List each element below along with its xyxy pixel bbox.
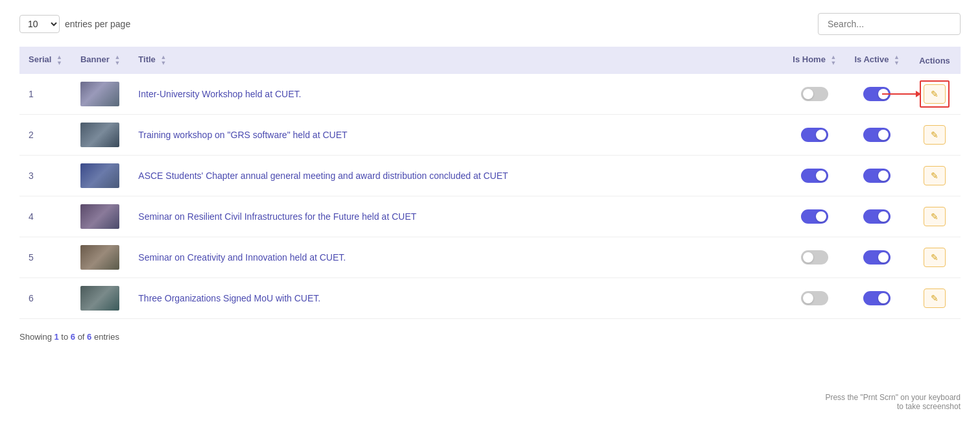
table-row: 2Training workshop on "GRS software" hel… <box>19 115 961 156</box>
cell-banner <box>71 74 129 115</box>
cell-is-home <box>783 156 845 196</box>
table-row: 5Seminar on Creativity and Innovation he… <box>19 237 961 278</box>
cell-actions: ✎ <box>909 237 961 278</box>
cell-is-active <box>845 196 909 237</box>
cell-is-active <box>845 278 909 319</box>
entries-selector: 10 25 50 100 entries per page <box>19 15 130 33</box>
svg-marker-1 <box>916 91 921 97</box>
cell-actions: ✎ <box>909 115 961 156</box>
page-wrapper: 10 25 50 100 entries per page Serial ▲▼ … <box>0 0 980 424</box>
is-active-slider <box>863 169 890 183</box>
is-active-toggle[interactable] <box>863 291 890 305</box>
cell-banner <box>71 237 129 278</box>
data-table: Serial ▲▼ Banner ▲▼ Title ▲▼ <box>19 47 961 319</box>
cell-is-home <box>783 196 845 237</box>
cell-serial: 6 <box>19 278 71 319</box>
cell-serial: 2 <box>19 115 71 156</box>
cell-title: Training workshop on "GRS software" held… <box>129 115 783 156</box>
is-home-toggle[interactable] <box>801 128 828 142</box>
actions-highlight-wrapper: ✎ <box>924 84 946 104</box>
cell-title: Inter-University Workshop held at CUET. <box>129 74 783 115</box>
col-serial: Serial ▲▼ <box>19 47 71 74</box>
sort-arrows-serial[interactable]: ▲▼ <box>56 54 62 66</box>
table-row: 1Inter-University Workshop held at CUET.… <box>19 74 961 115</box>
table-row: 6Three Organizations Signed MoU with CUE… <box>19 278 961 319</box>
is-active-slider <box>863 291 890 305</box>
cell-banner <box>71 278 129 319</box>
edit-button[interactable]: ✎ <box>924 248 946 267</box>
edit-button[interactable]: ✎ <box>924 84 946 104</box>
sort-arrows-is-home[interactable]: ▲▼ <box>831 54 837 66</box>
cell-is-home <box>783 278 845 319</box>
col-title: Title ▲▼ <box>129 47 783 74</box>
table-row: 4Seminar on Resilient Civil Infrastructu… <box>19 196 961 237</box>
is-active-slider <box>863 128 890 142</box>
banner-image <box>80 163 119 188</box>
is-home-slider <box>801 250 828 265</box>
is-home-slider <box>801 128 828 142</box>
cell-actions: ✎ <box>909 74 961 115</box>
is-home-slider <box>801 87 828 101</box>
cell-serial: 3 <box>19 156 71 196</box>
banner-image <box>80 245 119 270</box>
is-active-toggle[interactable] <box>863 169 890 183</box>
cell-banner <box>71 156 129 196</box>
edit-button[interactable]: ✎ <box>924 166 946 185</box>
cell-is-active <box>845 237 909 278</box>
is-home-toggle[interactable] <box>801 209 828 224</box>
col-is-home: Is Home ▲▼ <box>783 47 845 74</box>
bottom-hint: Press the "Prnt Scrn" on your keyboard t… <box>818 393 961 411</box>
col-is-active: Is Active ▲▼ <box>845 47 909 74</box>
cell-is-active <box>845 156 909 196</box>
cell-serial: 5 <box>19 237 71 278</box>
cell-actions: ✎ <box>909 278 961 319</box>
cell-actions: ✎ <box>909 196 961 237</box>
edit-button[interactable]: ✎ <box>924 289 946 308</box>
banner-image <box>80 286 119 311</box>
cell-title: Seminar on Creativity and Innovation hel… <box>129 237 783 278</box>
is-home-slider <box>801 169 828 183</box>
is-active-toggle[interactable] <box>863 209 890 224</box>
cell-is-active <box>845 115 909 156</box>
table-header-row: Serial ▲▼ Banner ▲▼ Title ▲▼ <box>19 47 961 74</box>
search-input[interactable] <box>818 13 961 35</box>
is-active-toggle[interactable] <box>863 250 890 265</box>
banner-image <box>80 123 119 147</box>
cell-title: Seminar on Resilient Civil Infrastructur… <box>129 196 783 237</box>
cell-is-home <box>783 74 845 115</box>
entries-label: entries per page <box>65 19 130 29</box>
edit-button[interactable]: ✎ <box>924 125 946 145</box>
is-home-slider <box>801 291 828 305</box>
footer-text: Showing 1 to 6 of 6 entries <box>19 332 961 342</box>
col-actions: Actions <box>909 47 961 74</box>
cell-title: ASCE Students' Chapter annual general me… <box>129 156 783 196</box>
table-body: 1Inter-University Workshop held at CUET.… <box>19 74 961 319</box>
sort-arrows-is-active[interactable]: ▲▼ <box>894 54 900 66</box>
top-bar: 10 25 50 100 entries per page <box>19 13 961 35</box>
entries-per-page-select[interactable]: 10 25 50 100 <box>19 15 60 33</box>
cell-actions: ✎ <box>909 156 961 196</box>
cell-banner <box>71 115 129 156</box>
table-row: 3ASCE Students' Chapter annual general m… <box>19 156 961 196</box>
is-home-toggle[interactable] <box>801 291 828 305</box>
arrow-annotation <box>882 88 921 100</box>
is-home-toggle[interactable] <box>801 87 828 101</box>
is-home-toggle[interactable] <box>801 169 828 183</box>
edit-button[interactable]: ✎ <box>924 207 946 226</box>
sort-arrows-banner[interactable]: ▲▼ <box>114 54 120 66</box>
is-active-slider <box>863 209 890 224</box>
cell-is-home <box>783 115 845 156</box>
cell-is-home <box>783 237 845 278</box>
is-home-slider <box>801 209 828 224</box>
cell-title: Three Organizations Signed MoU with CUET… <box>129 278 783 319</box>
sort-arrows-title[interactable]: ▲▼ <box>160 54 166 66</box>
cell-serial: 4 <box>19 196 71 237</box>
cell-banner <box>71 196 129 237</box>
banner-image <box>80 204 119 229</box>
is-active-toggle[interactable] <box>863 128 890 142</box>
cell-serial: 1 <box>19 74 71 115</box>
is-active-slider <box>863 250 890 265</box>
is-home-toggle[interactable] <box>801 250 828 265</box>
banner-image <box>80 82 119 106</box>
col-banner: Banner ▲▼ <box>71 47 129 74</box>
